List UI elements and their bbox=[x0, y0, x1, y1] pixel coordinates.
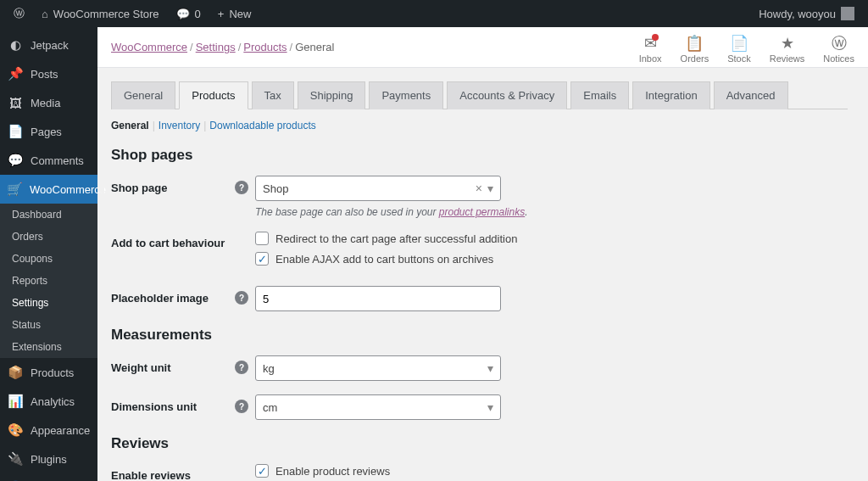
tab-accounts-privacy[interactable]: Accounts & Privacy bbox=[447, 81, 567, 109]
tab-payments[interactable]: Payments bbox=[369, 81, 443, 109]
submenu-item-extensions[interactable]: Extensions bbox=[0, 336, 97, 358]
new-content-link[interactable]: +New bbox=[211, 0, 259, 27]
sidebar-item-label: Pages bbox=[31, 126, 62, 138]
sidebar-item-plugins[interactable]: 🔌Plugins bbox=[0, 445, 97, 473]
help-icon[interactable]: ? bbox=[235, 291, 248, 305]
menu-icon: 📌 bbox=[7, 65, 24, 82]
help-icon[interactable]: ? bbox=[235, 361, 248, 374]
top-icon-inbox[interactable]: ✉Inbox bbox=[639, 36, 662, 64]
sidebar-item-label: Products bbox=[31, 366, 74, 379]
tab-integration[interactable]: Integration bbox=[632, 81, 709, 109]
sidebar-item-label: Media bbox=[31, 97, 60, 109]
clear-icon[interactable]: × bbox=[476, 182, 482, 195]
wp-logo[interactable]: ⓦ bbox=[7, 0, 31, 27]
sidebar-item-jetpack[interactable]: ◐Jetpack bbox=[0, 31, 97, 59]
weight-unit-select[interactable]: kg▾ bbox=[255, 355, 501, 381]
permalinks-link[interactable]: product permalinks bbox=[439, 206, 525, 218]
sidebar-item-comments[interactable]: 💬Comments bbox=[0, 146, 97, 175]
label-placeholder-image: Placeholder image? bbox=[111, 286, 255, 305]
chevron-down-icon[interactable]: ▾ bbox=[487, 182, 493, 195]
comments-link[interactable]: 💬0 bbox=[170, 0, 208, 27]
top-icon-label: Stock bbox=[727, 53, 751, 64]
comment-icon: 💬 bbox=[176, 8, 190, 20]
sidebar-item-users[interactable]: 👤Users bbox=[0, 473, 97, 481]
sidebar-item-label: Posts bbox=[31, 68, 58, 81]
placeholder-image-input[interactable] bbox=[255, 286, 501, 311]
sidebar-item-label: WooCommerce bbox=[30, 183, 106, 196]
subtab-inventory[interactable]: Inventory bbox=[159, 120, 200, 131]
section-reviews: Reviews bbox=[111, 435, 848, 452]
top-icon-label: Notices bbox=[823, 53, 854, 64]
submenu-item-dashboard[interactable]: Dashboard bbox=[0, 204, 97, 226]
sidebar-item-woocommerce[interactable]: 🛒WooCommerce bbox=[0, 175, 97, 204]
help-icon[interactable]: ? bbox=[235, 400, 248, 413]
reviews-icon: ★ bbox=[781, 36, 794, 51]
breadcrumb-link[interactable]: Products bbox=[243, 41, 287, 53]
sub-tabs: General|Inventory|Downloadable products bbox=[111, 120, 848, 131]
howdy-link[interactable]: Howdy, wooyou bbox=[752, 0, 861, 27]
top-icon-orders[interactable]: 📋Orders bbox=[681, 36, 709, 64]
submenu-item-settings[interactable]: Settings bbox=[0, 292, 97, 314]
avatar bbox=[841, 7, 854, 20]
admin-sidebar: ◐Jetpack📌Posts🖼Media📄Pages💬Comments🛒WooC… bbox=[0, 27, 97, 481]
tab-general[interactable]: General bbox=[111, 81, 175, 109]
redirect-cart-label: Redirect to the cart page after successf… bbox=[275, 232, 517, 245]
menu-icon: 🔌 bbox=[7, 450, 24, 467]
tab-tax[interactable]: Tax bbox=[252, 81, 294, 109]
subtab-general[interactable]: General bbox=[111, 120, 149, 131]
enable-reviews-label: Enable product reviews bbox=[275, 465, 390, 478]
sidebar-item-products[interactable]: 📦Products bbox=[0, 358, 97, 387]
site-name: WooCommerce Store bbox=[53, 8, 159, 20]
new-label: New bbox=[229, 8, 251, 20]
dimensions-unit-select[interactable]: cm▾ bbox=[255, 394, 501, 420]
tab-emails[interactable]: Emails bbox=[570, 81, 629, 109]
menu-icon: 📦 bbox=[7, 364, 24, 381]
tab-shipping[interactable]: Shipping bbox=[298, 81, 366, 109]
label-dimensions-unit: Dimensions unit? bbox=[111, 394, 255, 413]
top-icon-reviews[interactable]: ★Reviews bbox=[770, 36, 805, 64]
site-name-link[interactable]: ⌂WooCommerce Store bbox=[35, 0, 166, 27]
howdy-text: Howdy, wooyou bbox=[759, 8, 836, 20]
sidebar-item-label: Analytics bbox=[31, 395, 75, 408]
submenu-item-reports[interactable]: Reports bbox=[0, 270, 97, 292]
label-cart-behaviour: Add to cart behaviour bbox=[111, 232, 255, 249]
checkbox-ajax-cart[interactable] bbox=[255, 252, 269, 266]
checkbox-enable-reviews[interactable] bbox=[255, 464, 269, 478]
menu-icon: 📊 bbox=[7, 393, 24, 410]
label-shop-page: Shop page? bbox=[111, 176, 255, 194]
menu-icon: ◐ bbox=[7, 36, 24, 53]
tab-advanced[interactable]: Advanced bbox=[714, 81, 788, 109]
sidebar-item-label: Appearance bbox=[31, 424, 90, 437]
menu-icon: 💬 bbox=[7, 152, 24, 169]
top-icon-stock[interactable]: 📄Stock bbox=[727, 36, 751, 64]
menu-icon: 🖼 bbox=[7, 94, 24, 111]
tab-products[interactable]: Products bbox=[179, 81, 248, 109]
submenu-item-coupons[interactable]: Coupons bbox=[0, 248, 97, 270]
breadcrumb-link[interactable]: Settings bbox=[196, 41, 236, 53]
label-enable-reviews: Enable reviews bbox=[111, 464, 255, 481]
stock-icon: 📄 bbox=[730, 36, 748, 51]
checkbox-redirect-cart[interactable] bbox=[255, 232, 269, 245]
section-measurements: Measurements bbox=[111, 327, 848, 344]
chevron-down-icon[interactable]: ▾ bbox=[487, 400, 493, 414]
breadcrumb: WooCommerce/Settings/Products/General bbox=[111, 41, 334, 62]
submenu-item-orders[interactable]: Orders bbox=[0, 226, 97, 248]
menu-icon: 📄 bbox=[7, 123, 24, 140]
sidebar-item-appearance[interactable]: 🎨Appearance bbox=[0, 416, 97, 445]
breadcrumb-link[interactable]: WooCommerce bbox=[111, 41, 187, 53]
submenu-item-status[interactable]: Status bbox=[0, 314, 97, 336]
sidebar-item-posts[interactable]: 📌Posts bbox=[0, 59, 97, 88]
sidebar-item-pages[interactable]: 📄Pages bbox=[0, 117, 97, 146]
ajax-cart-label: Enable AJAX add to cart buttons on archi… bbox=[275, 253, 493, 266]
sidebar-item-analytics[interactable]: 📊Analytics bbox=[0, 387, 97, 416]
shop-page-select[interactable]: Shop ×▾ bbox=[255, 176, 501, 201]
plus-icon: + bbox=[218, 8, 225, 20]
subtab-downloadable-products[interactable]: Downloadable products bbox=[209, 120, 315, 131]
orders-icon: 📋 bbox=[685, 36, 704, 51]
top-icon-notices[interactable]: ⓦNotices bbox=[823, 36, 854, 64]
chevron-down-icon[interactable]: ▾ bbox=[487, 361, 493, 375]
help-icon[interactable]: ? bbox=[235, 181, 248, 194]
main-content: WooCommerce/Settings/Products/General ✉I… bbox=[97, 27, 868, 481]
label-weight-unit: Weight unit? bbox=[111, 355, 255, 374]
sidebar-item-media[interactable]: 🖼Media bbox=[0, 88, 97, 117]
